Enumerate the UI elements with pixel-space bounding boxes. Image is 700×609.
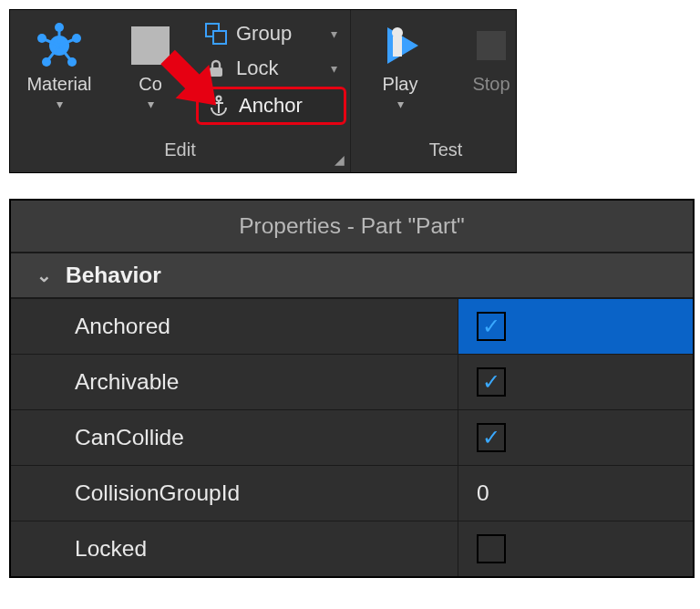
ribbon-section-test: Play ▾ Stop Test bbox=[351, 10, 540, 172]
anchor-icon bbox=[206, 93, 232, 119]
stop-label: Stop bbox=[472, 74, 510, 95]
material-label: Material bbox=[26, 74, 91, 95]
property-row-anchored[interactable]: Anchored ✓ bbox=[11, 298, 693, 354]
property-value[interactable]: ✓ bbox=[458, 355, 693, 409]
anchor-label: Anchor bbox=[239, 94, 303, 118]
category-behavior[interactable]: ⌄ Behavior bbox=[11, 253, 693, 298]
property-row-archivable[interactable]: Archivable ✓ bbox=[11, 354, 693, 409]
lock-icon bbox=[203, 56, 229, 81]
material-icon bbox=[34, 17, 85, 74]
dropdown-caret-icon: ▾ bbox=[57, 97, 63, 111]
stop-icon bbox=[471, 17, 511, 74]
anchor-button[interactable]: Anchor bbox=[196, 87, 346, 125]
checkbox-unchecked-icon[interactable]: ✓ bbox=[477, 534, 506, 563]
dropdown-caret-icon: ▾ bbox=[331, 26, 337, 41]
play-label: Play bbox=[383, 74, 418, 95]
play-button[interactable]: Play ▾ bbox=[355, 15, 446, 139]
property-name: Locked bbox=[11, 521, 458, 576]
color-button[interactable]: Co ▾ bbox=[105, 15, 196, 139]
group-icon bbox=[203, 21, 229, 46]
dropdown-caret-icon: ▾ bbox=[148, 97, 154, 111]
play-icon bbox=[375, 17, 426, 74]
edit-section-label: Edit bbox=[10, 139, 350, 172]
property-name: CanCollide bbox=[11, 410, 458, 465]
lock-button[interactable]: Lock ▾ bbox=[196, 52, 346, 85]
dropdown-caret-icon: ▾ bbox=[331, 61, 337, 76]
ribbon-toolbar: Material ▾ Co ▾ bbox=[9, 9, 517, 173]
svg-point-15 bbox=[217, 97, 221, 101]
svg-rect-14 bbox=[210, 67, 222, 77]
color-label: Co bbox=[139, 74, 162, 95]
checkbox-checked-icon[interactable]: ✓ bbox=[477, 312, 506, 341]
section-expand-icon[interactable]: ◢ bbox=[335, 152, 345, 167]
svg-rect-13 bbox=[213, 31, 226, 44]
svg-rect-21 bbox=[477, 31, 506, 60]
lock-label: Lock bbox=[236, 57, 278, 80]
group-label: Group bbox=[236, 22, 292, 46]
category-label: Behavior bbox=[66, 263, 161, 288]
property-row-cancollide[interactable]: CanCollide ✓ bbox=[11, 409, 693, 465]
ribbon-section-edit: Material ▾ Co ▾ bbox=[10, 10, 351, 172]
checkbox-checked-icon[interactable]: ✓ bbox=[477, 367, 506, 397]
group-button[interactable]: Group ▾ bbox=[196, 17, 346, 50]
chevron-down-icon: ⌄ bbox=[36, 264, 51, 286]
svg-rect-19 bbox=[393, 36, 402, 57]
property-name: Anchored bbox=[11, 299, 458, 354]
property-value[interactable]: 0 bbox=[458, 466, 693, 521]
svg-point-20 bbox=[392, 27, 403, 38]
checkbox-checked-icon[interactable]: ✓ bbox=[477, 423, 506, 452]
test-section-label: Test bbox=[351, 139, 540, 172]
property-value[interactable]: ✓ bbox=[458, 410, 693, 465]
property-row-collisiongroupid[interactable]: CollisionGroupId 0 bbox=[11, 465, 693, 521]
properties-title: Properties - Part "Part" bbox=[11, 201, 693, 253]
material-button[interactable]: Material ▾ bbox=[14, 15, 105, 139]
dropdown-caret-icon: ▾ bbox=[397, 97, 404, 111]
color-swatch-icon bbox=[128, 17, 173, 74]
svg-rect-11 bbox=[131, 26, 170, 65]
property-row-locked[interactable]: Locked ✓ bbox=[11, 521, 693, 576]
edit-mini-buttons: Group ▾ Lock ▾ bbox=[196, 15, 346, 139]
properties-panel: Properties - Part "Part" ⌄ Behavior Anch… bbox=[9, 199, 695, 578]
property-name: CollisionGroupId bbox=[11, 466, 458, 521]
property-name: Archivable bbox=[11, 355, 458, 409]
property-value[interactable]: ✓ bbox=[458, 299, 693, 354]
stop-button[interactable]: Stop bbox=[446, 15, 537, 139]
property-value[interactable]: ✓ bbox=[458, 521, 693, 576]
